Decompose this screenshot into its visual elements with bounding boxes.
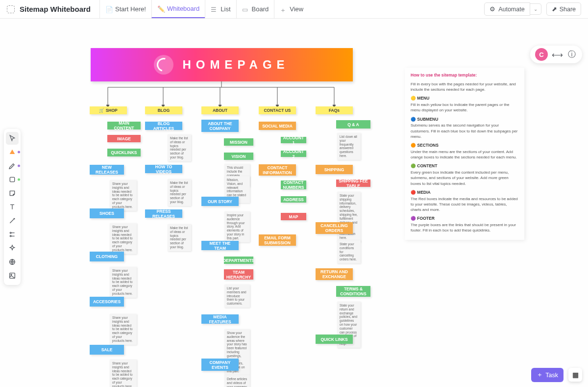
node-media-features[interactable]: MEDIA FEATURES bbox=[201, 314, 239, 324]
legend-panel[interactable]: How to use the sitemap template: Fill in… bbox=[405, 68, 524, 240]
rectangle-tool-icon[interactable] bbox=[6, 173, 19, 186]
organize-tool-icon[interactable] bbox=[6, 228, 19, 241]
node-press-releases[interactable]: PRESS RELEASES bbox=[145, 209, 182, 218]
whiteboard-toolbar bbox=[4, 129, 21, 285]
node-our-story[interactable]: OUR STORY bbox=[201, 197, 239, 206]
pointer-tool-icon[interactable] bbox=[6, 132, 19, 145]
shapes-tool-icon[interactable] bbox=[6, 146, 19, 158]
node-company-events[interactable]: COMPANY EVENTS bbox=[201, 359, 239, 371]
web-tool-icon[interactable] bbox=[6, 256, 19, 268]
ai-tool-icon[interactable] bbox=[6, 242, 19, 255]
page-title: Sitemap Whiteboard bbox=[20, 5, 91, 13]
apps-icon[interactable]: ▦ bbox=[568, 368, 582, 382]
note-events[interactable]: Define articles and videos of your compa… bbox=[224, 375, 250, 387]
node-account2[interactable]: ACCOUNT 2 bbox=[281, 151, 306, 157]
legend-menu-h: 🟡 MENU bbox=[411, 96, 518, 102]
node-quick-links[interactable]: QUICK LINKS bbox=[316, 335, 353, 344]
node-about-company[interactable]: ABOUT THE COMPANY bbox=[201, 120, 239, 132]
svg-rect-1 bbox=[10, 177, 14, 181]
note-cancel[interactable]: State your conditions for cancelling ord… bbox=[337, 240, 361, 263]
node-account1[interactable]: ACCOUNT 1 bbox=[281, 137, 306, 143]
avatar[interactable]: C bbox=[535, 48, 548, 61]
note-sale[interactable]: Share your insights and ideas needed to … bbox=[110, 360, 137, 387]
whiteboard-canvas[interactable]: C ⟷ ⓘ ＋Task ▦ HOMEPAGE 🛒 SHOP BLOG ABOUT… bbox=[0, 19, 588, 387]
tab-start-here[interactable]: 📄Start Here! bbox=[99, 0, 151, 18]
note-accessories[interactable]: Share your insights and ideas needed to … bbox=[110, 314, 137, 345]
svg-point-6 bbox=[11, 274, 12, 275]
node-clothing[interactable]: CLOTHING bbox=[90, 252, 124, 261]
note-shoes[interactable]: Share your insights and ideas needed to … bbox=[110, 223, 137, 254]
node-main-content[interactable]: MAIN CONTENT bbox=[107, 122, 141, 129]
legend-footer-t: The purple boxes are the links that shou… bbox=[411, 222, 518, 233]
sticky-tool-icon[interactable] bbox=[6, 187, 19, 200]
node-qa[interactable]: Q & A bbox=[336, 120, 370, 129]
note-qa[interactable]: List down all your frequently answered q… bbox=[337, 133, 361, 160]
info-icon[interactable]: ⓘ bbox=[566, 49, 577, 60]
homepage-logo-icon bbox=[154, 55, 173, 75]
svg-marker-0 bbox=[10, 150, 15, 154]
node-contact-info[interactable]: CONTACT INFORMATION bbox=[259, 164, 296, 176]
legend-submenu-t: Submenu serves as the second navigation … bbox=[411, 123, 518, 139]
note-how-to[interactable]: Make the list of ideas or topics needed … bbox=[168, 179, 191, 206]
node-vision[interactable]: VISION bbox=[224, 153, 253, 160]
legend-submenu-h: 🔵 SUBMENU bbox=[411, 117, 518, 123]
pen-tool-icon[interactable] bbox=[6, 159, 19, 172]
menu-shop[interactable]: 🛒 SHOP bbox=[90, 106, 127, 114]
menu-blog[interactable]: BLOG bbox=[145, 106, 182, 114]
note-clothing[interactable]: Share your insights and ideas needed to … bbox=[110, 267, 137, 298]
node-return-exchange[interactable]: RETURN AND EXCHANGE bbox=[316, 268, 353, 280]
automate-button[interactable]: ⚙Automate bbox=[484, 2, 530, 16]
node-address[interactable]: ADDRESS bbox=[281, 196, 306, 203]
node-meet-team[interactable]: MEET THE TEAM bbox=[201, 241, 239, 250]
node-email-form[interactable]: EMAIL FORM SUBMISSION bbox=[259, 234, 296, 246]
node-shoes[interactable]: SHOES bbox=[90, 208, 124, 218]
node-image[interactable]: IMAGE bbox=[107, 135, 141, 142]
node-blog-articles[interactable]: BLOG ARTICLES bbox=[145, 122, 182, 130]
node-accessories[interactable]: ACCESORIES bbox=[90, 297, 124, 307]
note-press[interactable]: Make the list of ideas or topics needed … bbox=[168, 224, 191, 251]
node-new-releases[interactable]: NEW RELEASES bbox=[90, 165, 124, 175]
node-mission[interactable]: MISSION bbox=[224, 138, 253, 146]
tab-whiteboard[interactable]: ✏️Whiteboard bbox=[151, 0, 205, 18]
homepage-banner[interactable]: HOMEPAGE bbox=[91, 48, 353, 81]
legend-content-h: 🟢 CONTENT bbox=[411, 163, 518, 169]
node-quicklinks[interactable]: QUICKLINKS bbox=[107, 149, 141, 156]
connector-tool-icon[interactable] bbox=[6, 214, 19, 227]
menu-contact[interactable]: CONTACT US bbox=[259, 106, 296, 114]
legend-intro: Fill in every box with the pages needed … bbox=[411, 81, 518, 92]
tab-list[interactable]: ☰List bbox=[205, 0, 236, 18]
note-our-story[interactable]: Inspire your audience through your story… bbox=[224, 211, 250, 242]
note-blog-articles[interactable]: Make the list of ideas or topics needed … bbox=[168, 134, 191, 161]
legend-content-t: Every green box indicate the content inc… bbox=[411, 170, 518, 186]
node-how-to-videos[interactable]: HOW TO VIDEOS bbox=[145, 165, 182, 173]
menu-faqs[interactable]: FAQs bbox=[316, 106, 353, 114]
settings-icon[interactable] bbox=[7, 5, 15, 13]
node-contact-numbers[interactable]: CONTACT NUMBERS bbox=[281, 181, 306, 189]
note-new-releases[interactable]: Share your insights and ideas needed to … bbox=[110, 180, 137, 211]
tab-add-view[interactable]: ＋View bbox=[274, 0, 309, 18]
image-tool-icon[interactable] bbox=[6, 269, 19, 282]
text-tool-icon[interactable] bbox=[6, 201, 19, 213]
automate-dropdown[interactable]: ⌄ bbox=[530, 3, 541, 15]
node-map[interactable]: MAP bbox=[281, 213, 306, 220]
legend-sections-t: Under the main menu are the sections of … bbox=[411, 149, 518, 160]
node-social-media[interactable]: SOCIAL MEDIA bbox=[259, 122, 296, 130]
fit-icon[interactable]: ⟷ bbox=[552, 49, 563, 60]
legend-title: How to use the sitemap template: bbox=[411, 73, 518, 78]
new-task-button[interactable]: ＋Task bbox=[531, 368, 564, 382]
share-button[interactable]: ⬈Share bbox=[546, 2, 581, 16]
legend-sections-h: 🟠 SECTIONS bbox=[411, 143, 518, 149]
node-departments[interactable]: DEPARTMENTS bbox=[224, 257, 253, 264]
homepage-title: HOMEPAGE bbox=[182, 58, 289, 72]
node-shipping-fee[interactable]: SHIPPING FEE TABLE bbox=[336, 180, 370, 187]
note-shipping[interactable]: State your shipping information, deliver… bbox=[337, 192, 361, 242]
note-team[interactable]: List your members and introduce them to … bbox=[224, 284, 250, 308]
legend-footer-h: 🟣 FOOTER bbox=[411, 216, 518, 222]
menu-about[interactable]: ABOUT bbox=[201, 106, 239, 114]
node-cancel-orders[interactable]: CANCELLING ORDERS bbox=[316, 222, 353, 234]
node-terms[interactable]: TERMS & CONDITIONS bbox=[336, 286, 370, 297]
node-shipping[interactable]: SHIPPING bbox=[316, 165, 353, 174]
node-sale[interactable]: SALE bbox=[90, 345, 124, 355]
node-hierarchy[interactable]: TEAM HIERARCHY bbox=[224, 269, 253, 280]
tab-board[interactable]: ▭Board bbox=[236, 0, 274, 18]
